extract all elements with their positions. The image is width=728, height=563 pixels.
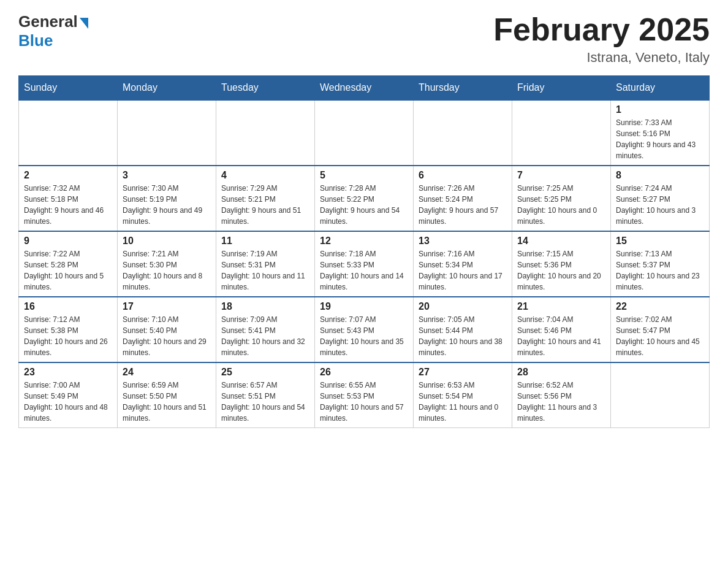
calendar-cell: 16Sunrise: 7:12 AMSunset: 5:38 PMDayligh… [19,297,118,362]
calendar-cell: 13Sunrise: 7:16 AMSunset: 5:34 PMDayligh… [414,231,512,297]
day-number: 8 [616,170,704,181]
calendar-cell: 23Sunrise: 7:00 AMSunset: 5:49 PMDayligh… [19,362,118,428]
calendar-cell [315,100,414,166]
calendar-header-tuesday: Tuesday [216,76,315,101]
calendar-cell: 14Sunrise: 7:15 AMSunset: 5:36 PMDayligh… [512,231,611,297]
day-number: 11 [221,236,309,247]
calendar-table: SundayMondayTuesdayWednesdayThursdayFrid… [18,75,710,428]
day-number: 9 [24,236,112,247]
day-info: Sunrise: 7:15 AMSunset: 5:36 PMDaylight:… [517,248,605,293]
day-info: Sunrise: 7:18 AMSunset: 5:33 PMDaylight:… [320,248,408,293]
calendar-cell: 20Sunrise: 7:05 AMSunset: 5:44 PMDayligh… [414,297,512,362]
day-number: 15 [616,236,704,247]
day-number: 14 [517,236,605,247]
day-number: 1 [616,104,704,115]
day-info: Sunrise: 7:12 AMSunset: 5:38 PMDaylight:… [24,314,112,358]
calendar-cell: 26Sunrise: 6:55 AMSunset: 5:53 PMDayligh… [315,362,414,428]
day-info: Sunrise: 7:04 AMSunset: 5:46 PMDaylight:… [517,314,605,358]
calendar-week-row: 16Sunrise: 7:12 AMSunset: 5:38 PMDayligh… [19,297,710,362]
calendar-cell [512,100,611,166]
location: Istrana, Veneto, Italy [493,50,710,66]
calendar-cell: 18Sunrise: 7:09 AMSunset: 5:41 PMDayligh… [216,297,315,362]
calendar-cell: 19Sunrise: 7:07 AMSunset: 5:43 PMDayligh… [315,297,414,362]
day-number: 16 [24,301,112,312]
day-number: 4 [221,170,309,181]
day-info: Sunrise: 7:07 AMSunset: 5:43 PMDaylight:… [320,314,408,358]
day-number: 18 [221,301,309,312]
logo-arrow-icon [80,18,88,29]
day-number: 23 [24,367,112,378]
calendar-header-sunday: Sunday [19,76,118,101]
calendar-cell [19,100,118,166]
calendar-cell: 25Sunrise: 6:57 AMSunset: 5:51 PMDayligh… [216,362,315,428]
calendar-cell: 22Sunrise: 7:02 AMSunset: 5:47 PMDayligh… [611,297,710,362]
day-number: 10 [123,236,211,247]
day-info: Sunrise: 6:53 AMSunset: 5:54 PMDaylight:… [419,380,507,424]
day-number: 17 [123,301,211,312]
month-title: February 2025 [493,12,710,47]
calendar-cell: 12Sunrise: 7:18 AMSunset: 5:33 PMDayligh… [315,231,414,297]
day-number: 6 [419,170,507,181]
day-info: Sunrise: 7:09 AMSunset: 5:41 PMDaylight:… [221,314,309,358]
day-info: Sunrise: 7:13 AMSunset: 5:37 PMDaylight:… [616,248,704,293]
calendar-cell: 2Sunrise: 7:32 AMSunset: 5:18 PMDaylight… [19,166,118,231]
logo: General Blue [18,12,88,50]
day-info: Sunrise: 7:25 AMSunset: 5:25 PMDaylight:… [517,183,605,227]
day-number: 13 [419,236,507,247]
day-number: 7 [517,170,605,181]
day-number: 22 [616,301,704,312]
day-info: Sunrise: 7:10 AMSunset: 5:40 PMDaylight:… [123,314,211,358]
day-number: 28 [517,367,605,378]
calendar-cell [118,100,216,166]
day-info: Sunrise: 7:19 AMSunset: 5:31 PMDaylight:… [221,248,309,293]
calendar-cell: 11Sunrise: 7:19 AMSunset: 5:31 PMDayligh… [216,231,315,297]
day-info: Sunrise: 6:59 AMSunset: 5:50 PMDaylight:… [123,380,211,424]
calendar-cell: 4Sunrise: 7:29 AMSunset: 5:21 PMDaylight… [216,166,315,231]
day-number: 12 [320,236,408,247]
day-number: 5 [320,170,408,181]
day-number: 26 [320,367,408,378]
day-number: 24 [123,367,211,378]
calendar-cell: 1Sunrise: 7:33 AMSunset: 5:16 PMDaylight… [611,100,710,166]
calendar-cell [611,362,710,428]
calendar-cell: 5Sunrise: 7:28 AMSunset: 5:22 PMDaylight… [315,166,414,231]
calendar-cell [414,100,512,166]
day-info: Sunrise: 7:26 AMSunset: 5:24 PMDaylight:… [419,183,507,227]
day-number: 21 [517,301,605,312]
calendar-header-saturday: Saturday [611,76,710,101]
day-number: 25 [221,367,309,378]
calendar-week-row: 2Sunrise: 7:32 AMSunset: 5:18 PMDaylight… [19,166,710,231]
day-info: Sunrise: 7:28 AMSunset: 5:22 PMDaylight:… [320,183,408,227]
day-info: Sunrise: 7:02 AMSunset: 5:47 PMDaylight:… [616,314,704,358]
day-info: Sunrise: 7:33 AMSunset: 5:16 PMDaylight:… [616,117,704,161]
calendar-cell: 27Sunrise: 6:53 AMSunset: 5:54 PMDayligh… [414,362,512,428]
calendar-week-row: 9Sunrise: 7:22 AMSunset: 5:28 PMDaylight… [19,231,710,297]
calendar-header-monday: Monday [118,76,216,101]
title-section: February 2025 Istrana, Veneto, Italy [493,12,710,66]
day-number: 2 [24,170,112,181]
day-info: Sunrise: 6:55 AMSunset: 5:53 PMDaylight:… [320,380,408,424]
day-info: Sunrise: 7:29 AMSunset: 5:21 PMDaylight:… [221,183,309,227]
calendar-cell: 24Sunrise: 6:59 AMSunset: 5:50 PMDayligh… [118,362,216,428]
calendar-cell [216,100,315,166]
calendar-cell: 15Sunrise: 7:13 AMSunset: 5:37 PMDayligh… [611,231,710,297]
day-info: Sunrise: 7:00 AMSunset: 5:49 PMDaylight:… [24,380,112,424]
day-info: Sunrise: 7:05 AMSunset: 5:44 PMDaylight:… [419,314,507,358]
day-number: 20 [419,301,507,312]
day-info: Sunrise: 7:22 AMSunset: 5:28 PMDaylight:… [24,248,112,293]
calendar-cell: 17Sunrise: 7:10 AMSunset: 5:40 PMDayligh… [118,297,216,362]
day-info: Sunrise: 7:30 AMSunset: 5:19 PMDaylight:… [123,183,211,227]
calendar-cell: 6Sunrise: 7:26 AMSunset: 5:24 PMDaylight… [414,166,512,231]
calendar-cell: 7Sunrise: 7:25 AMSunset: 5:25 PMDaylight… [512,166,611,231]
day-info: Sunrise: 6:52 AMSunset: 5:56 PMDaylight:… [517,380,605,424]
calendar-header-friday: Friday [512,76,611,101]
calendar-header-wednesday: Wednesday [315,76,414,101]
day-number: 27 [419,367,507,378]
calendar-week-row: 23Sunrise: 7:00 AMSunset: 5:49 PMDayligh… [19,362,710,428]
day-info: Sunrise: 7:16 AMSunset: 5:34 PMDaylight:… [419,248,507,293]
day-info: Sunrise: 7:32 AMSunset: 5:18 PMDaylight:… [24,183,112,227]
calendar-cell: 8Sunrise: 7:24 AMSunset: 5:27 PMDaylight… [611,166,710,231]
day-info: Sunrise: 7:21 AMSunset: 5:30 PMDaylight:… [123,248,211,293]
calendar-cell: 10Sunrise: 7:21 AMSunset: 5:30 PMDayligh… [118,231,216,297]
calendar-header-row: SundayMondayTuesdayWednesdayThursdayFrid… [19,76,710,101]
